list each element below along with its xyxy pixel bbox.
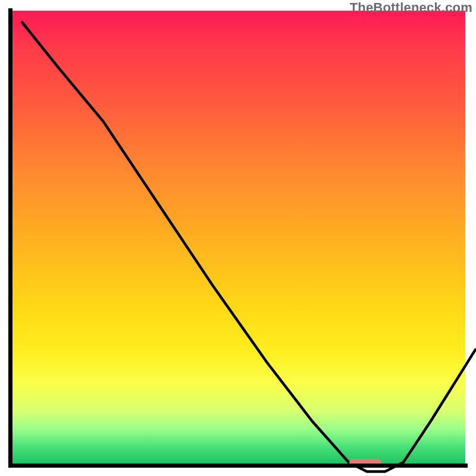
line-series — [21, 21, 476, 476]
plot-area — [11, 11, 465, 465]
curve-path — [21, 21, 476, 471]
chart-container: TheBottleneck.com — [0, 0, 476, 476]
trough-marker — [349, 459, 381, 467]
watermark-text: TheBottleneck.com — [350, 0, 472, 15]
